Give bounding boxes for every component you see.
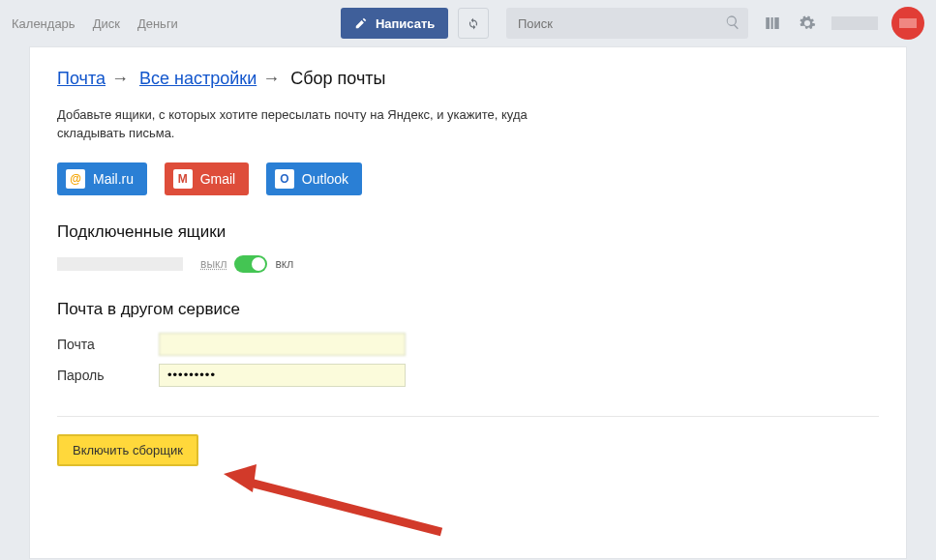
topbar: Календарь Диск Деньги Написать xyxy=(0,0,936,46)
right-icons xyxy=(748,7,924,40)
refresh-icon xyxy=(467,16,480,30)
nav-calendar[interactable]: Календарь xyxy=(12,16,75,31)
bc-current: Сбор почты xyxy=(290,69,385,88)
nav-disk[interactable]: Диск xyxy=(93,16,120,31)
bc-settings[interactable]: Все настройки xyxy=(139,69,257,88)
svg-rect-2 xyxy=(774,17,779,29)
username-placeholder xyxy=(831,16,878,30)
compose-icon xyxy=(354,16,368,30)
svg-rect-0 xyxy=(766,17,770,29)
avatar-inner xyxy=(899,18,917,28)
provider-mailru[interactable]: @Mail.ru xyxy=(57,162,147,195)
annotation-arrow xyxy=(224,459,446,537)
toggle-off-label[interactable]: выкл xyxy=(200,257,226,271)
connected-heading: Подключенные ящики xyxy=(57,222,879,242)
password-label: Пароль xyxy=(57,368,159,383)
provider-gmail-label: Gmail xyxy=(200,171,236,187)
mailru-icon: @ xyxy=(66,169,85,189)
main-panel: Почта→ Все настройки→ Сбор почты Добавьт… xyxy=(29,46,907,559)
compose-button[interactable]: Написать xyxy=(341,8,448,39)
provider-outlook-label: Outlook xyxy=(302,171,348,187)
search-icon xyxy=(725,15,740,30)
provider-mailru-label: Mail.ru xyxy=(93,171,134,187)
refresh-button[interactable] xyxy=(458,8,489,39)
toggle-switch[interactable] xyxy=(234,255,267,273)
toggle-on-label: вкл xyxy=(275,257,293,271)
search-box[interactable] xyxy=(506,8,748,39)
themes-icon[interactable] xyxy=(762,13,783,34)
gmail-icon: M xyxy=(173,169,193,189)
connected-email-redacted xyxy=(57,257,183,271)
bc-mail[interactable]: Почта xyxy=(57,69,106,88)
enable-collector-button[interactable]: Включить сборщик xyxy=(57,434,198,466)
provider-outlook[interactable]: OOutlook xyxy=(266,162,362,195)
avatar[interactable] xyxy=(891,7,924,40)
breadcrumb: Почта→ Все настройки→ Сбор почты xyxy=(57,69,879,89)
nav-money[interactable]: Деньги xyxy=(137,16,178,31)
search-input[interactable] xyxy=(506,8,748,39)
compose-label: Написать xyxy=(376,16,435,31)
email-label: Почта xyxy=(57,337,159,352)
other-heading: Почта в другом сервисе xyxy=(57,300,879,319)
gear-icon[interactable] xyxy=(797,13,818,34)
intro-text: Добавьте ящики, с которых хотите пересыл… xyxy=(57,106,541,143)
connected-row: выкл вкл xyxy=(57,255,879,273)
outlook-icon: O xyxy=(275,169,294,189)
svg-marker-3 xyxy=(224,464,257,492)
svg-rect-1 xyxy=(771,17,773,29)
provider-gmail[interactable]: MGmail xyxy=(165,162,250,195)
password-field[interactable] xyxy=(159,364,406,387)
divider xyxy=(57,416,879,417)
email-field[interactable] xyxy=(159,333,406,356)
